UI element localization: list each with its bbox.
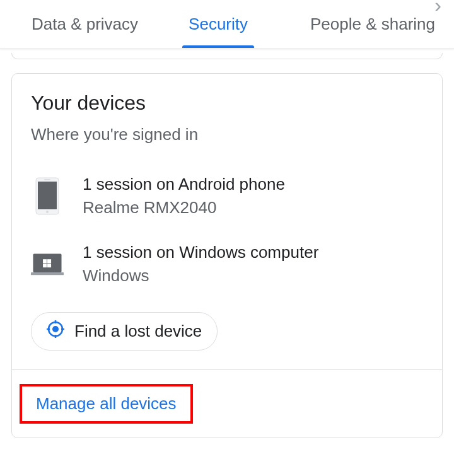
svg-rect-8 (43, 264, 47, 267)
find-device-label: Find a lost device (74, 322, 202, 341)
device-title: 1 session on Android phone (83, 175, 285, 194)
device-row-windows[interactable]: 1 session on Windows computer Windows (31, 230, 423, 298)
tab-bar: › Data & privacy Security People & shari… (0, 0, 454, 49)
svg-rect-1 (38, 182, 57, 209)
svg-rect-7 (47, 259, 51, 263)
svg-rect-9 (47, 264, 51, 267)
svg-rect-6 (43, 259, 47, 263)
phone-icon (31, 177, 64, 215)
device-row-android[interactable]: 1 session on Android phone Realme RMX204… (31, 162, 423, 230)
tab-people-sharing[interactable]: People & sharing (304, 2, 441, 47)
svg-point-2 (46, 211, 49, 213)
card-title: Your devices (31, 91, 423, 115)
card-content: Your devices Where you're signed in 1 se… (12, 74, 442, 369)
find-lost-device-button[interactable]: Find a lost device (31, 312, 218, 351)
svg-rect-5 (31, 272, 64, 275)
target-icon (47, 320, 64, 342)
tab-security[interactable]: Security (182, 2, 254, 47)
svg-rect-3 (44, 179, 50, 180)
highlight-annotation: Manage all devices (20, 384, 193, 424)
manage-all-devices-link[interactable]: Manage all devices (31, 392, 182, 416)
card-footer: Manage all devices (12, 369, 442, 438)
device-subtitle: Windows (83, 266, 318, 286)
your-devices-card: Your devices Where you're signed in 1 se… (11, 73, 443, 438)
laptop-icon (31, 245, 64, 283)
device-info: 1 session on Android phone Realme RMX204… (83, 175, 285, 218)
previous-card-edge (11, 53, 443, 59)
device-subtitle: Realme RMX2040 (83, 198, 285, 218)
card-subtitle: Where you're signed in (31, 125, 423, 144)
svg-point-11 (52, 326, 59, 332)
device-title: 1 session on Windows computer (83, 243, 318, 262)
content-area: Your devices Where you're signed in 1 se… (0, 53, 454, 438)
tab-data-privacy[interactable]: Data & privacy (25, 2, 144, 47)
device-info: 1 session on Windows computer Windows (83, 243, 318, 286)
